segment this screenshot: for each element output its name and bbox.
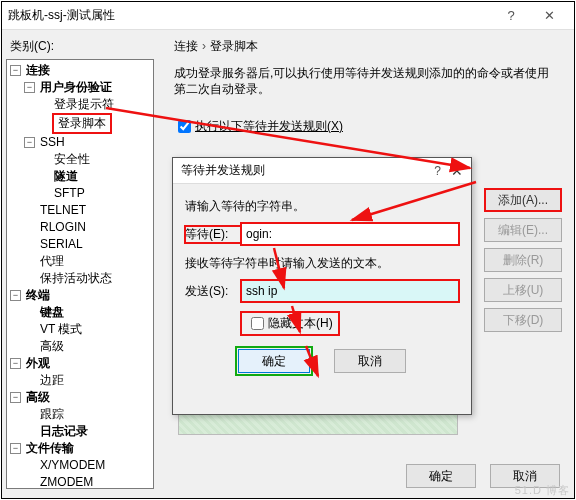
edit-button[interactable]: 编辑(E)... bbox=[484, 218, 562, 242]
send-label: 发送(S): bbox=[185, 283, 241, 300]
tree-node-ssh[interactable]: SSH bbox=[38, 134, 67, 151]
tree-node-keepalive[interactable]: 保持活动状态 bbox=[38, 270, 114, 287]
tree-node-login-script[interactable]: 登录脚本 bbox=[52, 113, 112, 134]
tree-node-margin[interactable]: 边距 bbox=[38, 372, 66, 389]
collapse-icon[interactable]: − bbox=[10, 392, 21, 403]
move-up-button[interactable]: 上移(U) bbox=[484, 278, 562, 302]
move-down-button[interactable]: 下移(D) bbox=[484, 308, 562, 332]
dialog-title: 等待并发送规则 bbox=[181, 162, 265, 179]
tree-node-trace[interactable]: 跟踪 bbox=[38, 406, 66, 423]
send-input[interactable]: ssh ip bbox=[241, 280, 459, 302]
exec-rules-label: 执行以下等待并发送规则(X) bbox=[195, 118, 343, 135]
tree-node-keyboard[interactable]: 键盘 bbox=[38, 304, 66, 321]
wait-input[interactable]: ogin: bbox=[241, 223, 459, 245]
breadcrumb: 连接›登录脚本 bbox=[174, 38, 566, 55]
hide-text-checkbox[interactable] bbox=[251, 317, 264, 330]
description-text: 成功登录服务器后,可以执行使用等待并发送规则添加的的命令或者使用第二次自动登录。 bbox=[174, 65, 558, 97]
collapse-icon[interactable]: − bbox=[10, 358, 21, 369]
tree-node-log[interactable]: 日志记录 bbox=[38, 423, 90, 440]
close-icon[interactable]: ✕ bbox=[530, 3, 568, 29]
help-icon[interactable]: ? bbox=[492, 3, 530, 29]
tree-node-login-prompt[interactable]: 登录提示符 bbox=[52, 96, 116, 113]
tree-node-rlogin[interactable]: RLOGIN bbox=[38, 219, 88, 236]
tree-node-sftp[interactable]: SFTP bbox=[52, 185, 87, 202]
add-button[interactable]: 添加(A)... bbox=[484, 188, 562, 212]
dialog-p1: 请输入等待的字符串。 bbox=[185, 198, 459, 215]
category-tree[interactable]: −连接 −用户身份验证 登录提示符 登录脚本 −SSH 安全性 隧道 SFTP … bbox=[6, 59, 154, 489]
tree-node-advanced2[interactable]: 高级 bbox=[24, 389, 52, 406]
tree-node-auth[interactable]: 用户身份验证 bbox=[38, 79, 114, 96]
wait-label: 等待(E): bbox=[185, 226, 241, 243]
tree-node-tunnel[interactable]: 隧道 bbox=[52, 168, 80, 185]
dialog-p2: 接收等待字符串时请输入发送的文本。 bbox=[185, 255, 459, 272]
dialog-help-icon[interactable]: ? bbox=[434, 164, 441, 178]
watermark: 51.D 博客 bbox=[515, 483, 570, 498]
tree-node-vtmode[interactable]: VT 模式 bbox=[38, 321, 84, 338]
hide-text-label: 隐藏文本(H) bbox=[268, 315, 333, 332]
dialog-ok-button[interactable]: 确定 bbox=[238, 349, 310, 373]
ok-button[interactable]: 确定 bbox=[406, 464, 476, 488]
tree-node-proxy[interactable]: 代理 bbox=[38, 253, 66, 270]
collapse-icon[interactable]: − bbox=[24, 82, 35, 93]
tree-node-connection[interactable]: 连接 bbox=[24, 62, 52, 79]
collapse-icon[interactable]: − bbox=[10, 65, 21, 76]
window-title: 跳板机-ssj-测试属性 bbox=[8, 7, 115, 24]
tree-node-terminal[interactable]: 终端 bbox=[24, 287, 52, 304]
dialog-cancel-button[interactable]: 取消 bbox=[334, 349, 406, 373]
tree-node-zmodem[interactable]: ZMODEM bbox=[38, 474, 95, 489]
tree-node-appearance[interactable]: 外观 bbox=[24, 355, 52, 372]
hide-text-wrap[interactable]: 隐藏文本(H) bbox=[241, 312, 339, 335]
collapse-icon[interactable]: − bbox=[10, 290, 21, 301]
collapse-icon[interactable]: − bbox=[10, 443, 21, 454]
dialog-close-icon[interactable]: ✕ bbox=[451, 163, 463, 179]
tree-node-filetransfer[interactable]: 文件传输 bbox=[24, 440, 76, 457]
wait-send-dialog: 等待并发送规则 ? ✕ 请输入等待的字符串。 等待(E): ogin: 接收等待… bbox=[172, 157, 472, 415]
tree-node-serial[interactable]: SERIAL bbox=[38, 236, 85, 253]
collapse-icon[interactable]: − bbox=[24, 137, 35, 148]
exec-rules-checkbox[interactable] bbox=[178, 120, 191, 133]
tree-node-telnet[interactable]: TELNET bbox=[38, 202, 88, 219]
tree-node-xymodem[interactable]: X/YMODEM bbox=[38, 457, 107, 474]
tree-node-security[interactable]: 安全性 bbox=[52, 151, 92, 168]
tree-node-advanced[interactable]: 高级 bbox=[38, 338, 66, 355]
category-label: 类别(C): bbox=[10, 38, 154, 55]
delete-button[interactable]: 删除(R) bbox=[484, 248, 562, 272]
